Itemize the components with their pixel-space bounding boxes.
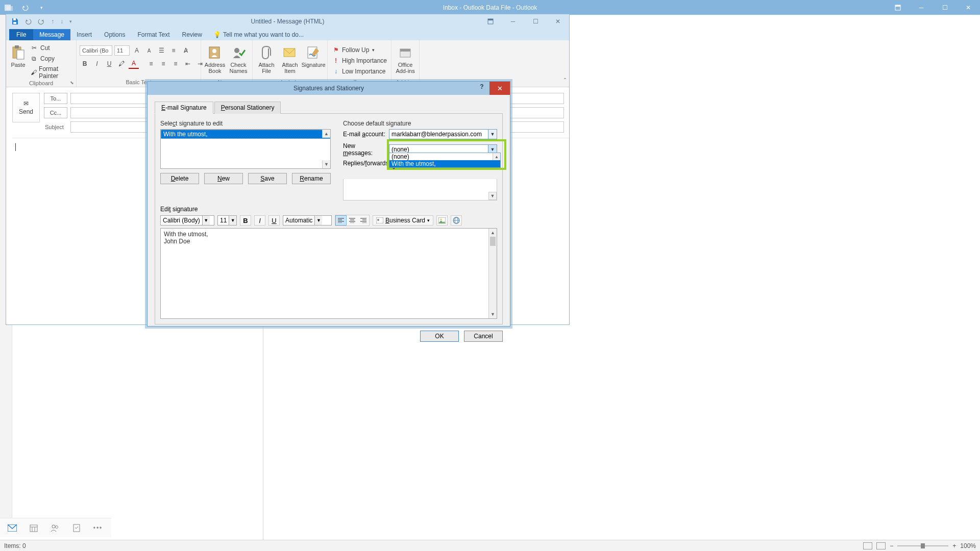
align-left-icon[interactable]: ≡ <box>146 59 156 69</box>
replies-combo-area[interactable]: ▼ <box>343 179 497 201</box>
edit-color-combo[interactable]: Automatic▼ <box>283 215 332 226</box>
chevron-down-icon[interactable]: ▼ <box>314 216 322 225</box>
ribbon-display-icon[interactable] <box>886 0 910 15</box>
signature-listbox[interactable]: With the utmost, ▲ ▼ <box>160 129 331 169</box>
qat-customize-icon[interactable]: ▾ <box>37 3 46 12</box>
new-messages-dropdown[interactable]: (none) With the utmost, ▲ <box>389 153 501 168</box>
scroll-down-icon[interactable]: ▼ <box>322 160 330 168</box>
tasks-icon[interactable] <box>71 523 82 533</box>
insert-picture-button[interactable] <box>436 215 448 226</box>
prev-item-icon[interactable]: ↑ <box>51 18 54 25</box>
close-button[interactable]: ✕ <box>547 14 569 28</box>
chevron-down-icon[interactable]: ▼ <box>229 216 236 225</box>
chevron-down-icon[interactable]: ▼ <box>488 130 497 139</box>
qat-customize-icon[interactable]: ▾ <box>69 19 72 24</box>
font-size-combo[interactable] <box>114 45 130 56</box>
tab-review[interactable]: Review <box>176 29 208 40</box>
attach-item-button[interactable]: Attach Item <box>279 42 301 74</box>
tell-me-search[interactable]: 💡 Tell me what you want to do... <box>208 29 309 40</box>
address-book-button[interactable]: Address Book <box>204 42 226 74</box>
save-icon[interactable] <box>11 18 18 25</box>
tab-personal-stationery[interactable]: Personal Stationery <box>214 102 281 114</box>
rename-button[interactable]: Rename <box>292 173 331 184</box>
close-button[interactable]: ✕ <box>489 82 510 95</box>
zoom-in-icon[interactable]: + <box>952 542 956 549</box>
signature-edit-area[interactable]: With the utmost, John Doe ▲ ▼ <box>160 228 497 319</box>
close-button[interactable]: ✕ <box>957 0 980 15</box>
font-family-combo[interactable] <box>80 45 112 56</box>
underline-icon[interactable]: U <box>104 59 114 69</box>
copy-button[interactable]: ⧉Copy <box>29 54 73 63</box>
bullets-icon[interactable]: ☰ <box>156 45 166 56</box>
calendar-icon[interactable] <box>29 523 39 533</box>
underline-button[interactable]: U <box>268 215 280 226</box>
edit-size-combo[interactable]: 11▼ <box>217 215 237 226</box>
attach-file-button[interactable]: Attach File <box>256 42 277 74</box>
check-names-button[interactable]: Check Names <box>228 42 249 74</box>
edit-font-combo[interactable]: Calibri (Body)▼ <box>160 215 214 226</box>
office-addins-button[interactable]: Office Add-ins <box>395 42 416 74</box>
zoom-slider[interactable] <box>897 545 948 546</box>
view-reading-icon[interactable] <box>876 542 886 549</box>
chevron-down-icon[interactable]: ▼ <box>202 216 210 225</box>
zoom-out-icon[interactable]: − <box>890 542 893 549</box>
clear-fmt-icon[interactable]: A̷ <box>181 45 191 56</box>
shrink-font-icon[interactable]: A <box>144 45 154 56</box>
cancel-button[interactable]: Cancel <box>464 331 503 342</box>
numbering-icon[interactable]: ≡ <box>168 45 179 56</box>
low-importance-button[interactable]: ↓Low Importance <box>331 67 388 76</box>
paste-button[interactable]: Paste <box>9 42 27 68</box>
redo-icon[interactable] <box>38 18 45 25</box>
people-icon[interactable] <box>50 523 60 533</box>
maximize-button[interactable]: ☐ <box>933 0 957 15</box>
clipboard-launcher-icon[interactable]: ⬊ <box>69 80 75 86</box>
delete-button[interactable]: Delete <box>160 173 199 184</box>
cut-button[interactable]: ✂Cut <box>29 43 73 53</box>
format-painter-button[interactable]: 🖌Format Painter <box>29 65 73 80</box>
scroll-up-icon[interactable]: ▲ <box>489 229 497 237</box>
italic-icon[interactable]: I <box>92 59 102 69</box>
more-icon[interactable]: ••• <box>93 523 103 533</box>
insert-hyperlink-button[interactable] <box>451 215 462 226</box>
undo-icon[interactable] <box>24 18 32 25</box>
business-card-button[interactable]: Business Card ▾ <box>373 215 433 226</box>
ribbon-display-icon[interactable] <box>479 14 502 28</box>
tab-format-text[interactable]: Format Text <box>131 29 176 40</box>
next-item-icon[interactable]: ↓ <box>60 18 63 25</box>
dropdown-option-signature[interactable]: With the utmost, <box>389 160 500 167</box>
view-normal-icon[interactable] <box>863 542 872 549</box>
minimize-button[interactable]: ─ <box>910 0 933 15</box>
scroll-up-icon[interactable]: ▲ <box>322 130 330 138</box>
align-left-button[interactable] <box>335 215 347 226</box>
bold-icon[interactable]: B <box>80 59 90 69</box>
email-account-combo[interactable]: marklabarr@blenderpassion.com ▼ <box>389 129 497 139</box>
tab-insert[interactable]: Insert <box>70 29 98 40</box>
tab-message[interactable]: Message <box>33 29 70 40</box>
edit-scrollbar[interactable]: ▲ ▼ <box>488 229 497 318</box>
align-right-icon[interactable]: ≡ <box>170 59 181 69</box>
scroll-up-icon[interactable]: ▲ <box>493 153 500 160</box>
help-button[interactable]: ? <box>474 83 489 90</box>
zoom-level[interactable]: 100% <box>960 542 976 549</box>
to-button[interactable]: To... <box>44 93 67 104</box>
save-button[interactable]: Save <box>248 173 287 184</box>
new-button[interactable]: New <box>204 173 243 184</box>
italic-button[interactable]: I <box>254 215 265 226</box>
align-center-icon[interactable]: ≡ <box>158 59 168 69</box>
bold-button[interactable]: B <box>240 215 251 226</box>
outdent-icon[interactable]: ⇤ <box>183 59 193 69</box>
cc-button[interactable]: Cc... <box>44 107 67 118</box>
maximize-button[interactable]: ☐ <box>524 14 547 28</box>
highlight-icon[interactable]: 🖍 <box>116 59 127 69</box>
dropdown-option-none[interactable]: (none) <box>389 153 500 160</box>
chevron-down-icon[interactable]: ▼ <box>488 192 497 200</box>
tab-email-signature[interactable]: E-mail Signature <box>155 102 213 114</box>
mail-icon[interactable] <box>7 523 17 533</box>
minimize-button[interactable]: ─ <box>502 14 524 28</box>
scroll-thumb[interactable] <box>490 237 496 246</box>
align-center-button[interactable] <box>347 215 358 226</box>
tab-options[interactable]: Options <box>98 29 131 40</box>
collapse-ribbon-icon[interactable]: ˆ <box>564 78 566 85</box>
signature-list-item[interactable]: With the utmost, <box>161 130 330 139</box>
send-button[interactable]: ✉ Send <box>12 93 40 122</box>
